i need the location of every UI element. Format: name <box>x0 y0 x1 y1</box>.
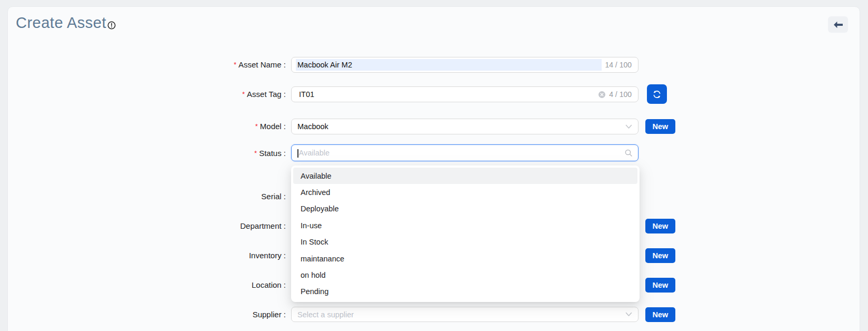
asset-name-counter: 14 / 100 <box>605 61 632 69</box>
status-label: *Status : <box>142 145 286 162</box>
model-select[interactable]: Macbook <box>291 119 638 134</box>
supplier-select[interactable]: Select a supplier <box>291 307 638 322</box>
required-asterisk: * <box>254 149 257 157</box>
department-label: Department : <box>142 218 286 234</box>
generate-tag-button[interactable] <box>647 84 667 104</box>
info-circle-icon[interactable] <box>107 21 116 30</box>
model-label: *Model : <box>142 119 286 135</box>
new-model-button[interactable]: New <box>645 119 675 134</box>
status-option-maintanance[interactable]: maintanance <box>293 250 637 267</box>
supplier-placeholder: Select a supplier <box>297 310 354 319</box>
status-option-in-stock[interactable]: In Stock <box>293 234 637 250</box>
asset-name-field: 14 / 100 <box>291 57 638 73</box>
required-asterisk: * <box>234 61 236 69</box>
chevron-down-icon <box>625 124 632 129</box>
inventory-label: Inventory : <box>142 248 286 264</box>
status-option-archived[interactable]: Archived <box>293 184 637 200</box>
status-dropdown: Available Archived Deployable In-use In … <box>291 166 640 302</box>
asset-name-input[interactable] <box>296 59 602 71</box>
status-select[interactable]: Available <box>291 144 638 161</box>
arrow-left-icon <box>833 21 843 28</box>
asset-tag-field: 4 / 100 <box>291 86 638 102</box>
status-option-pending[interactable]: Pending <box>293 284 637 300</box>
status-option-deployable[interactable]: Deployable <box>293 201 637 217</box>
required-asterisk: * <box>242 90 245 98</box>
status-option-in-use[interactable]: In-use <box>293 217 637 233</box>
status-option-on-hold[interactable]: on hold <box>293 267 637 283</box>
status-placeholder: Available <box>299 149 330 157</box>
asset-tag-label: *Asset Tag : <box>142 86 286 103</box>
asset-tag-counter: 4 / 100 <box>609 90 632 99</box>
required-asterisk: * <box>255 122 258 130</box>
new-supplier-button[interactable]: New <box>645 307 675 322</box>
create-asset-page: Create Asset *Asset Name : 14 / 100 *Ass… <box>0 0 868 331</box>
page-title: Create Asset <box>16 14 106 32</box>
circle-close-icon[interactable] <box>598 91 605 98</box>
back-button[interactable] <box>828 16 848 33</box>
asset-tag-input[interactable] <box>297 89 595 100</box>
chevron-down-icon <box>625 312 632 317</box>
sync-icon <box>652 90 662 99</box>
search-icon <box>625 149 632 157</box>
text-cursor <box>297 149 298 158</box>
asset-name-label: *Asset Name : <box>142 57 286 73</box>
location-label: Location : <box>142 277 286 293</box>
status-option-available[interactable]: Available <box>293 168 637 184</box>
new-inventory-button[interactable]: New <box>645 248 675 263</box>
serial-label: Serial : <box>142 189 286 205</box>
model-value: Macbook <box>297 122 328 131</box>
new-location-button[interactable]: New <box>645 278 675 293</box>
supplier-label: Supplier : <box>142 307 286 322</box>
new-department-button[interactable]: New <box>645 219 675 233</box>
